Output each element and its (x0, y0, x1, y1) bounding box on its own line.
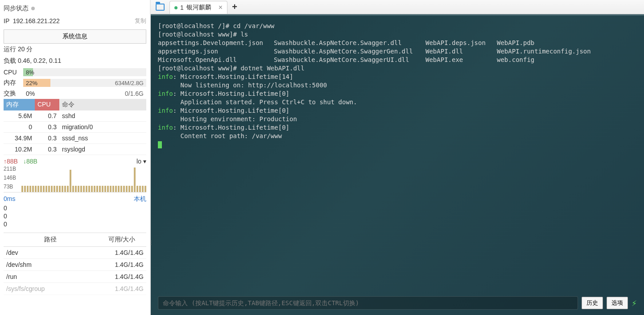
folder-icon (156, 4, 165, 11)
interface-selector[interactable]: lo ▾ (136, 158, 146, 165)
cursor (158, 141, 162, 148)
table-row[interactable]: 5.6M0.7sshd (4, 110, 146, 122)
sync-status: 同步状态 (4, 3, 146, 14)
command-input[interactable] (158, 296, 578, 310)
cpu-label: CPU (4, 69, 21, 76)
table-row[interactable]: 10.2M0.3rsyslogd (4, 144, 146, 155)
mem-row: 内存 22% 634M/2.8G (4, 78, 146, 88)
add-tab-button[interactable]: + (227, 0, 242, 14)
mem-label: 内存 (4, 79, 21, 87)
network-chart: 211B 146B 73B (4, 166, 146, 192)
status-dot-icon (174, 6, 178, 9)
table-row[interactable]: /sys/fs/cgroup1.4G/1.4G (4, 283, 146, 295)
load-average: 负载 0.46, 0.22, 0.11 (4, 55, 146, 67)
latency-zeros: 000 (4, 204, 146, 228)
latency-value[interactable]: 0ms (4, 195, 15, 203)
network-stats: ↑88B ↓88B lo ▾ (4, 155, 146, 166)
table-row[interactable]: /dev/shm1.4G/1.4G (4, 259, 146, 271)
main-area: 1 银河麒麟 × + [root@localhost /]# cd /var/w… (151, 0, 644, 315)
bolt-icon[interactable]: ⚡ (632, 299, 637, 307)
sync-label: 同步状态 (4, 4, 29, 12)
swap-row: 交换 0% 0/1.6G (4, 88, 146, 99)
terminal-footer: 历史 选项 ⚡ (158, 296, 637, 310)
table-row[interactable]: /dev1.4G/1.4G (4, 247, 146, 259)
mem-bar: 22% 634M/2.8G (23, 79, 146, 87)
close-icon[interactable]: × (219, 4, 223, 12)
latency-row: 0ms 本机 (4, 192, 146, 204)
sync-dot-icon (31, 7, 35, 10)
copy-button[interactable]: 复制 (135, 17, 146, 25)
splitter-handle[interactable] (149, 241, 152, 250)
tab-bar: 1 银河麒麟 × + (151, 0, 644, 14)
tab-terminal[interactable]: 1 银河麒麟 × (169, 1, 227, 14)
col-cpu[interactable]: CPU (35, 99, 59, 110)
table-row[interactable]: 34.9M0.3sssd_nss (4, 133, 146, 144)
ip-text: IP 192.168.221.222 (4, 17, 60, 25)
arrow-up-icon: ↑88B (4, 158, 18, 165)
terminal[interactable]: [root@localhost /]# cd /var/www [root@lo… (151, 14, 644, 315)
tab-title: 银河麒麟 (186, 4, 211, 12)
col-cmd[interactable]: 命令 (59, 99, 146, 110)
table-row[interactable]: /run1.4G/1.4G (4, 271, 146, 283)
uptime: 运行 20 分 (4, 44, 146, 55)
chevron-down-icon: ▾ (143, 158, 146, 165)
swap-label: 交换 (4, 90, 21, 98)
cpu-row: CPU 8% (4, 67, 146, 78)
cpu-bar: 8% (23, 68, 146, 76)
open-folder-button[interactable] (151, 0, 169, 14)
ip-row: IP 192.168.221.222 复制 (4, 14, 146, 29)
table-row[interactable]: 00.3migration/0 (4, 122, 146, 133)
disk-table-header: 路径 可用/大小 (4, 233, 146, 247)
options-button[interactable]: 选项 (607, 297, 628, 309)
arrow-down-icon: ↓88B (23, 158, 37, 165)
latency-host[interactable]: 本机 (134, 195, 146, 203)
process-table-header: 内存 CPU 命令 (4, 99, 146, 110)
system-info-button[interactable]: 系统信息 (4, 29, 146, 44)
col-mem[interactable]: 内存 (4, 99, 35, 110)
sidebar: 同步状态 IP 192.168.221.222 复制 系统信息 运行 20 分 … (0, 0, 151, 315)
history-button[interactable]: 历史 (582, 297, 603, 309)
